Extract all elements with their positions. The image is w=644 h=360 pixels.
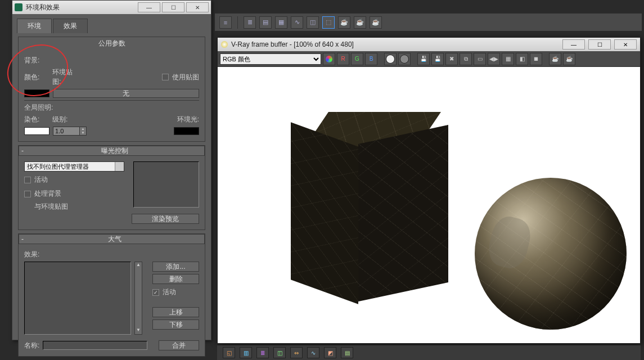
process-bg-checkbox[interactable] [24, 191, 31, 197]
env-tabs: 环境 效果 [12, 14, 211, 33]
exposure-rollout-header[interactable]: - 曝光控制 [19, 146, 205, 156]
teapot3-icon[interactable]: ☕ [370, 16, 382, 29]
effects-label: 效果: [24, 250, 39, 259]
name-label: 名称: [24, 341, 39, 350]
status-icon-8[interactable]: ▤ [341, 347, 353, 358]
effects-scrollbar[interactable]: ▲▼ [134, 262, 142, 335]
rendered-sphere [475, 178, 627, 330]
bottom-status-toolbar: ◱ ▥ ≣ ◫ ⇔ ∿ ◩ ▤ [217, 345, 641, 360]
rgb-icon[interactable] [323, 53, 335, 65]
vfb-close-button[interactable]: ✕ [614, 39, 637, 50]
level-input[interactable] [53, 127, 80, 136]
exposure-active-checkbox[interactable] [24, 177, 31, 183]
render-preview-button[interactable]: 渲染预览 [132, 214, 199, 224]
move-up-button[interactable]: 上移 [152, 307, 199, 317]
env-titlebar[interactable]: 环境和效果 — ☐ ✕ [12, 1, 211, 14]
save-icon[interactable]: 💾 [417, 53, 430, 65]
tint-color-swatch[interactable] [24, 127, 49, 135]
merge-button[interactable]: 合并 [159, 340, 199, 350]
env-map-button[interactable]: 无 [53, 89, 199, 98]
effects-listbox[interactable] [24, 262, 131, 335]
tint-label: 染色: [24, 115, 49, 124]
dropdown-arrow-icon[interactable]: ▼ [115, 162, 124, 171]
status-icon-6[interactable]: ∿ [307, 347, 319, 358]
vfb-title: V-Ray frame buffer - [100% of 640 x 480] [231, 40, 559, 48]
environment-dialog: 环境和效果 — ☐ ✕ 环境 效果 公用参数 背景: 颜色: 环境贴图: 使用贴… [12, 0, 211, 340]
color-label: 颜色: [24, 73, 49, 82]
rendered-cube [291, 112, 448, 292]
status-icon-3[interactable]: ≣ [256, 347, 269, 358]
vfb-maximize-button[interactable]: ☐ [588, 39, 611, 50]
channel-dropdown[interactable]: RGB 颜色 [220, 53, 321, 65]
atmosphere-rollout-header[interactable]: - 大气 [19, 234, 205, 244]
vfb-titlebar[interactable]: V-Ray frame buffer - [100% of 640 x 480]… [218, 38, 640, 51]
atmos-active-checkbox[interactable] [152, 289, 159, 296]
schematic-icon[interactable]: ◫ [307, 16, 319, 29]
render-last-icon[interactable]: ☕ [549, 53, 561, 65]
correction-icon[interactable]: ◧ [516, 53, 528, 65]
delete-effect-button[interactable]: 删除 [152, 274, 199, 284]
status-icon-7[interactable]: ◩ [324, 347, 336, 358]
toolbar-icon[interactable]: ≡ [219, 16, 232, 29]
stop-icon[interactable]: ⏹ [530, 53, 542, 65]
track-mouse-icon[interactable]: ◀▶ [488, 53, 500, 65]
atmosphere-panel: - 大气 效果: ▲▼ 添加... 删除 活动 上移 下移 [18, 233, 205, 357]
exposure-preview [133, 161, 199, 208]
layers-icon[interactable]: ▤ [259, 16, 272, 29]
link-pdplayer-icon[interactable]: ▦ [502, 53, 514, 65]
green-channel-button[interactable]: G [351, 53, 363, 65]
minimize-button[interactable]: — [138, 2, 160, 12]
level-label: 级别: [52, 115, 79, 124]
render-icon[interactable]: ☕ [563, 53, 575, 65]
vfb-minimize-button[interactable]: — [562, 39, 585, 50]
clear-icon[interactable]: ✖ [445, 53, 458, 65]
move-down-button[interactable]: 下移 [152, 320, 199, 330]
curve-icon[interactable]: ∿ [291, 16, 303, 29]
status-icon-5[interactable]: ⇔ [290, 347, 303, 358]
graph-icon[interactable]: ▦ [275, 16, 287, 29]
status-icon-4[interactable]: ◫ [273, 347, 286, 358]
align-icon[interactable]: ≣ [244, 16, 256, 29]
main-app-toolbar: ≡ ≣ ▤ ▦ ∿ ◫ ⬚ ☕ ☕ ☕ [215, 14, 642, 32]
maximize-button[interactable]: ☐ [162, 2, 184, 12]
blue-channel-button[interactable]: B [365, 53, 377, 65]
use-map-label: 使用贴图 [172, 73, 199, 82]
add-effect-button[interactable]: 添加... [152, 262, 199, 272]
material-icon[interactable]: ⬚ [322, 16, 335, 29]
mono-gray-icon[interactable] [398, 53, 411, 65]
region-icon[interactable]: ▭ [474, 53, 486, 65]
close-button[interactable]: ✕ [186, 2, 209, 12]
copy-icon[interactable]: ⧉ [460, 53, 472, 65]
status-icon-2[interactable]: ▥ [240, 347, 252, 358]
app-logo-icon [15, 3, 22, 11]
ambient-label: 环境光: [177, 115, 199, 124]
global-illum-label: 全局照明: [24, 103, 58, 112]
effect-name-field[interactable] [43, 341, 147, 350]
background-label: 背景: [24, 56, 49, 65]
vray-logo-icon [221, 41, 228, 48]
exposure-panel: - 曝光控制 找不到位图代理管理器 ▼ 活动 处理背景 与环境贴图 [18, 145, 205, 230]
status-icon-1[interactable]: ◱ [223, 347, 235, 358]
mono-white-icon[interactable] [384, 53, 397, 65]
ambient-color-swatch[interactable] [174, 127, 199, 135]
env-title: 环境和效果 [26, 3, 136, 12]
tab-environment[interactable]: 环境 [17, 19, 52, 33]
save-all-icon[interactable]: 💾 [431, 53, 444, 65]
vfb-toolbar: RGB 颜色 R G B 💾 💾 ✖ ⧉ ▭ ◀▶ ▦ ◧ ⏹ ☕ ☕ [218, 51, 640, 67]
teapot2-icon[interactable]: ☕ [354, 16, 366, 29]
exposure-type-dropdown[interactable]: 找不到位图代理管理器 ▼ [24, 161, 124, 172]
vfb-render-view[interactable] [218, 67, 640, 343]
env-map-label: 环境贴图: [52, 68, 75, 87]
vray-frame-buffer-window: V-Ray frame buffer - [100% of 640 x 480]… [217, 37, 641, 344]
tab-effects[interactable]: 效果 [53, 19, 88, 33]
common-params-header: 公用参数 [19, 37, 205, 50]
level-spinner[interactable]: ▲▼ [53, 127, 87, 136]
background-color-swatch[interactable] [24, 89, 49, 97]
common-params-panel: 公用参数 背景: 颜色: 环境贴图: 使用贴图 无 全局照明: 染色: [18, 37, 205, 142]
use-map-checkbox[interactable] [162, 74, 169, 80]
red-channel-button[interactable]: R [337, 53, 349, 65]
teapot-icon[interactable]: ☕ [338, 16, 350, 29]
